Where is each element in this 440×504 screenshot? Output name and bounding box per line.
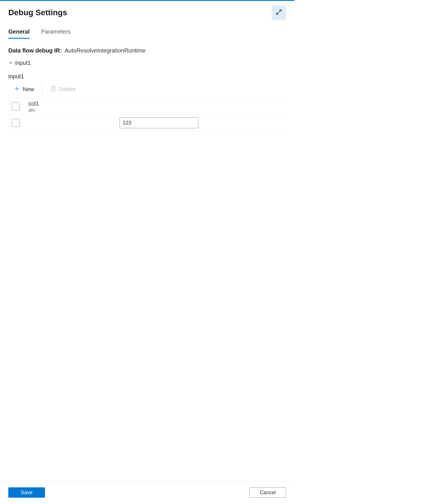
delete-button-label: Delete — [59, 86, 76, 93]
debug-ir-label: Data flow debug IR: — [8, 47, 62, 54]
toolbar: New Delete — [8, 81, 286, 98]
table-row — [8, 115, 286, 131]
expand-icon — [275, 8, 283, 17]
debug-ir-row: Data flow debug IR: AutoResolveIntegrati… — [8, 47, 286, 54]
page-title: Debug Settings — [8, 8, 67, 17]
tab-parameters[interactable]: Parameters — [41, 28, 71, 39]
row-value-cell — [112, 117, 286, 128]
select-all-checkbox[interactable] — [12, 102, 20, 110]
new-button-label: New — [23, 86, 34, 93]
data-table: col1 abc — [8, 98, 286, 131]
column-type: abc — [28, 108, 112, 112]
content-area: Data flow debug IR: AutoResolveIntegrati… — [0, 39, 294, 131]
svg-line-0 — [277, 10, 281, 14]
column-name: col1 — [28, 100, 112, 107]
header-row: Debug Settings — [0, 1, 294, 20]
section-label: input1 — [8, 73, 286, 80]
row-checkbox-cell — [8, 119, 28, 127]
row-checkbox[interactable] — [12, 119, 20, 127]
collapser-label: input1 — [15, 60, 31, 66]
tabs: General Parameters — [0, 20, 294, 39]
plus-icon — [14, 86, 20, 93]
header-checkbox-cell — [8, 102, 28, 110]
section-collapser[interactable]: input1 — [8, 60, 286, 66]
chevron-down-icon — [8, 60, 13, 66]
toolbar-separator — [42, 84, 42, 95]
value-input[interactable] — [120, 117, 198, 128]
table-header-row: col1 abc — [8, 98, 286, 115]
debug-ir-value: AutoResolveIntegrationRuntime — [64, 47, 145, 54]
column-header: col1 abc — [28, 100, 112, 112]
expand-button[interactable] — [272, 5, 286, 20]
delete-button: Delete — [48, 84, 79, 94]
new-button[interactable]: New — [11, 85, 37, 94]
tab-general[interactable]: General — [8, 28, 30, 39]
trash-icon — [50, 85, 56, 93]
main-container: Debug Settings General Parameters Data f… — [0, 1, 294, 131]
